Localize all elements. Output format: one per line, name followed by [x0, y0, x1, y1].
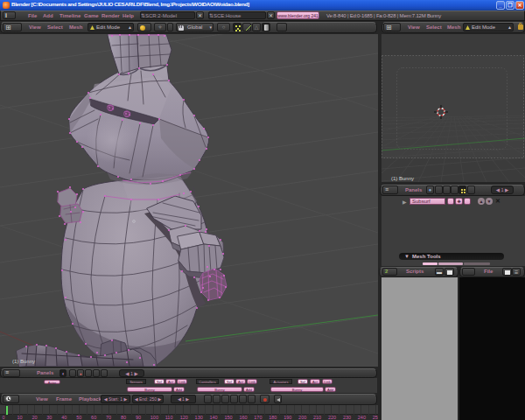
- svg-text:(1) Bunny: (1) Bunny: [12, 359, 35, 364]
- svg-text:(1) Bunny: (1) Bunny: [391, 176, 414, 181]
